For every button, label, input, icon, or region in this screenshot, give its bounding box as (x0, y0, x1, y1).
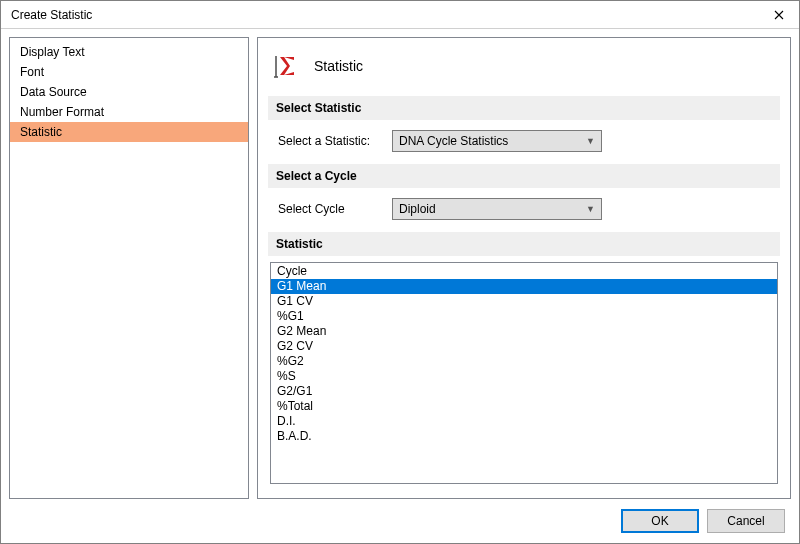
chevron-down-icon: ▼ (586, 136, 595, 146)
panel-title: Statistic (314, 58, 363, 74)
section-header-select-statistic: Select Statistic (268, 96, 780, 120)
ok-button[interactable]: OK (621, 509, 699, 533)
list-item[interactable]: G2/G1 (271, 384, 777, 399)
close-button[interactable] (759, 1, 799, 29)
sidebar-item-display-text[interactable]: Display Text (10, 42, 248, 62)
list-item[interactable]: %G2 (271, 354, 777, 369)
section-statistic-list: CycleG1 MeanG1 CV%G1G2 MeanG2 CV%G2%SG2/… (268, 256, 780, 490)
dialog-content: Display TextFontData SourceNumber Format… (1, 29, 799, 499)
statistic-listbox[interactable]: CycleG1 MeanG1 CV%G1G2 MeanG2 CV%G2%SG2/… (270, 262, 778, 484)
section-select-statistic: Select a Statistic: DNA Cycle Statistics… (268, 120, 780, 162)
dialog-footer: OK Cancel (1, 499, 799, 543)
sidebar-item-font[interactable]: Font (10, 62, 248, 82)
cancel-button[interactable]: Cancel (707, 509, 785, 533)
chevron-down-icon: ▼ (586, 204, 595, 214)
section-header-select-cycle: Select a Cycle (268, 164, 780, 188)
select-cycle-label: Select Cycle (278, 202, 376, 216)
list-item[interactable]: G2 CV (271, 339, 777, 354)
main-panel: Statistic Select Statistic Select a Stat… (257, 37, 791, 499)
dialog-create-statistic: Create Statistic Display TextFontData So… (0, 0, 800, 544)
list-item[interactable]: G2 Mean (271, 324, 777, 339)
ok-button-label: OK (651, 514, 668, 528)
close-icon (774, 10, 784, 20)
sidebar-item-statistic[interactable]: Statistic (10, 122, 248, 142)
sidebar-item-data-source[interactable]: Data Source (10, 82, 248, 102)
dialog-title: Create Statistic (11, 8, 92, 22)
list-item[interactable]: Cycle (271, 264, 777, 279)
sigma-icon (272, 52, 300, 80)
list-item[interactable]: G1 Mean (271, 279, 777, 294)
sidebar-item-number-format[interactable]: Number Format (10, 102, 248, 122)
select-statistic-value: DNA Cycle Statistics (399, 134, 508, 148)
titlebar: Create Statistic (1, 1, 799, 29)
sidebar: Display TextFontData SourceNumber Format… (9, 37, 249, 499)
list-item[interactable]: B.A.D. (271, 429, 777, 444)
select-statistic-combo[interactable]: DNA Cycle Statistics ▼ (392, 130, 602, 152)
select-statistic-label: Select a Statistic: (278, 134, 376, 148)
section-header-statistic: Statistic (268, 232, 780, 256)
section-select-cycle: Select Cycle Diploid ▼ (268, 188, 780, 230)
list-item[interactable]: G1 CV (271, 294, 777, 309)
list-item[interactable]: D.I. (271, 414, 777, 429)
list-item[interactable]: %G1 (271, 309, 777, 324)
panel-header: Statistic (268, 46, 780, 94)
cancel-button-label: Cancel (727, 514, 764, 528)
select-cycle-value: Diploid (399, 202, 436, 216)
list-item[interactable]: %Total (271, 399, 777, 414)
select-cycle-combo[interactable]: Diploid ▼ (392, 198, 602, 220)
list-item[interactable]: %S (271, 369, 777, 384)
